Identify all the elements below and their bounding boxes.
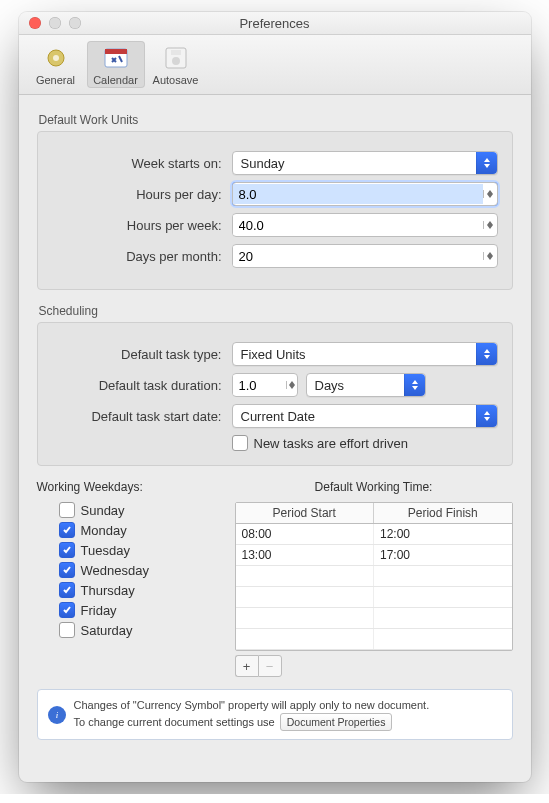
column-period-finish: Period Finish	[374, 503, 512, 523]
stepper-down-icon[interactable]	[287, 385, 296, 389]
chevron-updown-icon	[476, 343, 497, 365]
cell-period-start[interactable]: 08:00	[236, 524, 375, 544]
days-per-month-stepper[interactable]	[232, 244, 498, 268]
chevron-updown-icon	[404, 374, 425, 396]
hours-per-day-input[interactable]	[233, 184, 483, 204]
weekday-checkbox-tuesday[interactable]: Tuesday	[59, 542, 217, 558]
section-title-work-units: Default Work Units	[39, 113, 513, 127]
table-row[interactable]	[236, 566, 512, 587]
weekday-checkbox-wednesday[interactable]: Wednesday	[59, 562, 217, 578]
weekday-label: Thursday	[81, 583, 135, 598]
cell-period-finish[interactable]	[374, 566, 512, 586]
table-row[interactable]: 13:0017:00	[236, 545, 512, 566]
checkbox-icon	[59, 522, 75, 538]
task-duration-input[interactable]	[233, 375, 287, 395]
checkbox-icon	[59, 502, 75, 518]
task-duration-unit-select[interactable]: Days	[306, 373, 426, 397]
cell-period-finish[interactable]: 17:00	[374, 545, 512, 565]
weekdays-and-worktime: Working Weekdays: SundayMondayTuesdayWed…	[37, 480, 513, 677]
hours-per-day-stepper[interactable]	[232, 182, 498, 206]
section-title-scheduling: Scheduling	[39, 304, 513, 318]
label-task-start-date: Default task start date:	[52, 409, 232, 424]
checkbox-icon	[59, 542, 75, 558]
checkbox-icon	[232, 435, 248, 451]
hours-per-week-input[interactable]	[233, 215, 483, 235]
stepper-down-icon[interactable]	[484, 194, 497, 198]
weekday-label: Tuesday	[81, 543, 130, 558]
toolbar-tab-general[interactable]: General	[27, 41, 85, 88]
cell-period-start[interactable]	[236, 566, 375, 586]
cell-period-start[interactable]	[236, 587, 375, 607]
cell-period-start[interactable]	[236, 608, 375, 628]
calendar-tools-icon	[100, 44, 132, 72]
weekday-checkbox-monday[interactable]: Monday	[59, 522, 217, 538]
effort-driven-checkbox[interactable]: New tasks are effort driven	[232, 435, 498, 451]
document-properties-button[interactable]: Document Properties	[280, 713, 393, 731]
checkbox-icon	[59, 582, 75, 598]
week-starts-select[interactable]: Sunday	[232, 151, 498, 175]
svg-point-5	[172, 57, 180, 65]
toolbar-tab-autosave[interactable]: Autosave	[147, 41, 205, 88]
hours-per-week-stepper[interactable]	[232, 213, 498, 237]
table-row[interactable]	[236, 608, 512, 629]
add-remove-buttons: + −	[235, 655, 513, 677]
table-header: Period Start Period Finish	[236, 503, 512, 524]
info-icon: i	[48, 706, 66, 724]
svg-point-1	[53, 55, 59, 61]
cell-period-start[interactable]: 13:00	[236, 545, 375, 565]
titlebar: Preferences	[19, 12, 531, 35]
table-row[interactable]	[236, 629, 512, 650]
info-panel: i Changes of "Currency Symbol" property …	[37, 689, 513, 740]
label-hours-per-week: Hours per week:	[52, 218, 232, 233]
section-work-units: Week starts on: Sunday Hours per day:	[37, 131, 513, 290]
label-task-type: Default task type:	[52, 347, 232, 362]
label-week-starts: Week starts on:	[52, 156, 232, 171]
task-start-date-select[interactable]: Current Date	[232, 404, 498, 428]
working-time-title: Default Working Time:	[235, 480, 513, 494]
stepper-down-icon[interactable]	[484, 225, 497, 229]
chevron-updown-icon	[476, 405, 497, 427]
stepper-down-icon[interactable]	[484, 256, 497, 260]
table-body: 08:0012:0013:0017:00	[236, 524, 512, 650]
cell-period-finish[interactable]	[374, 587, 512, 607]
preferences-window: Preferences General Calendar Autosave De…	[19, 12, 531, 782]
weekday-checkbox-sunday[interactable]: Sunday	[59, 502, 217, 518]
svg-rect-3	[105, 49, 127, 54]
checkbox-icon	[59, 562, 75, 578]
info-text: Changes of "Currency Symbol" property wi…	[74, 698, 430, 731]
label-task-duration: Default task duration:	[52, 378, 232, 393]
cell-period-finish[interactable]	[374, 608, 512, 628]
weekday-checkbox-thursday[interactable]: Thursday	[59, 582, 217, 598]
cell-period-finish[interactable]	[374, 629, 512, 649]
autosave-icon	[160, 44, 192, 72]
window-title: Preferences	[19, 16, 531, 31]
weekdays-list: SundayMondayTuesdayWednesdayThursdayFrid…	[37, 502, 217, 638]
chevron-updown-icon	[476, 152, 497, 174]
table-row[interactable]	[236, 587, 512, 608]
task-duration-stepper[interactable]	[232, 373, 298, 397]
weekdays-title: Working Weekdays:	[37, 480, 217, 494]
remove-period-button[interactable]: −	[258, 655, 282, 677]
column-period-start: Period Start	[236, 503, 375, 523]
weekday-label: Wednesday	[81, 563, 149, 578]
svg-rect-6	[171, 50, 181, 55]
gear-icon	[40, 44, 72, 72]
task-type-select[interactable]: Fixed Units	[232, 342, 498, 366]
table-row[interactable]: 08:0012:00	[236, 524, 512, 545]
weekday-label: Monday	[81, 523, 127, 538]
weekday-label: Friday	[81, 603, 117, 618]
cell-period-finish[interactable]: 12:00	[374, 524, 512, 544]
toolbar-tab-calendar[interactable]: Calendar	[87, 41, 145, 88]
weekday-checkbox-saturday[interactable]: Saturday	[59, 622, 217, 638]
checkbox-icon	[59, 602, 75, 618]
weekday-checkbox-friday[interactable]: Friday	[59, 602, 217, 618]
working-time-table: Period Start Period Finish 08:0012:0013:…	[235, 502, 513, 651]
weekday-label: Saturday	[81, 623, 133, 638]
weekday-label: Sunday	[81, 503, 125, 518]
checkbox-icon	[59, 622, 75, 638]
cell-period-start[interactable]	[236, 629, 375, 649]
days-per-month-input[interactable]	[233, 246, 483, 266]
label-days-per-month: Days per month:	[52, 249, 232, 264]
svg-text:i: i	[55, 710, 58, 720]
add-period-button[interactable]: +	[235, 655, 258, 677]
